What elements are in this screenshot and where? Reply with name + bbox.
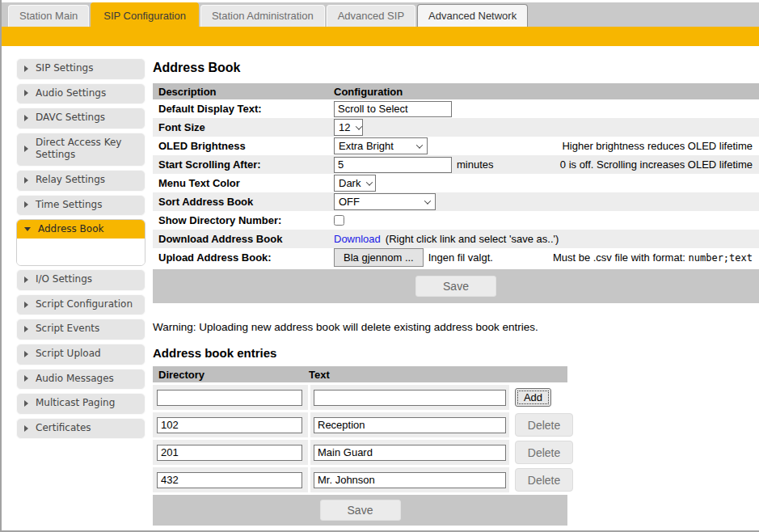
oled-brightness-value: Extra Bright — [339, 140, 394, 152]
text-input[interactable] — [314, 445, 506, 461]
new-text-input[interactable] — [314, 390, 506, 406]
sidebar-item-audio-settings[interactable]: Audio Settings — [16, 83, 145, 105]
field-label: Show Directory Number: — [153, 214, 334, 226]
sidebar-item-relay-settings[interactable]: Relay Settings — [16, 170, 145, 192]
sidebar-item-davc-settings[interactable]: DAVC Settings — [16, 108, 145, 129]
field-label: Upload Address Book: — [153, 251, 334, 264]
address-book-entries-table: Directory Text Add Delete Delete — [153, 366, 567, 526]
save-button[interactable]: Save — [415, 276, 496, 297]
tab-station-main[interactable]: Station Main — [8, 5, 89, 27]
chevron-right-icon — [24, 425, 28, 432]
field-label: Download Address Book — [153, 233, 334, 245]
sidebar-item-label: I/O Settings — [36, 273, 92, 286]
font-size-value: 12 — [339, 121, 350, 133]
field-label: Start Scrolling After: — [153, 158, 334, 171]
chevron-down-icon — [24, 227, 31, 231]
sidebar-item-label: Script Events — [36, 323, 99, 336]
csv-format-code: number;text — [689, 252, 753, 264]
tab-station-administration[interactable]: Station Administration — [200, 5, 325, 27]
show-directory-number-checkbox[interactable] — [334, 215, 344, 226]
sidebar-item-label: Address Book — [38, 223, 103, 234]
sidebar-address-book-submenu — [17, 239, 145, 265]
text-input[interactable] — [314, 472, 506, 488]
page: Station Main SIP Configuration Station A… — [0, 0, 759, 532]
row-font-size: Font Size 12 — [153, 118, 759, 137]
chevron-down-icon — [416, 141, 423, 148]
sidebar-item-time-settings[interactable]: Time Settings — [16, 195, 145, 217]
sidebar-item-multicast-paging[interactable]: Multicast Paging — [16, 393, 145, 415]
chevron-right-icon — [24, 146, 28, 152]
chevron-right-icon — [24, 400, 28, 407]
sidebar-item-label: Script Upload — [36, 348, 101, 361]
sidebar-item-label: Certificates — [36, 422, 91, 435]
menu-text-color-value: Dark — [339, 177, 361, 189]
sidebar-item-address-book-expanded: Address Book — [16, 219, 145, 266]
sidebar-item-label: Time Settings — [36, 199, 102, 212]
sidebar-item-label: Audio Messages — [36, 373, 114, 386]
chevron-right-icon — [24, 115, 28, 121]
download-link[interactable]: Download — [334, 233, 381, 245]
chevron-right-icon — [24, 326, 28, 332]
directory-input[interactable] — [157, 445, 302, 461]
column-header-description: Description — [153, 86, 334, 98]
delete-button[interactable]: Delete — [515, 441, 573, 464]
new-directory-input[interactable] — [157, 390, 302, 406]
sidebar: SIP Settings Audio Settings DAVC Setting… — [2, 46, 153, 442]
chevron-right-icon — [24, 351, 28, 357]
oled-brightness-select[interactable]: Extra Bright — [334, 137, 428, 154]
row-upload-address-book: Upload Address Book: Bla gjennom ... Ing… — [153, 248, 759, 267]
field-label: Sort Address Book — [153, 196, 334, 208]
chevron-right-icon — [24, 177, 28, 184]
upload-format-note: Must be .csv file with format: number;te… — [553, 251, 759, 264]
entries-table-footer: Save — [153, 495, 567, 526]
sidebar-item-address-book[interactable]: Address Book — [17, 220, 145, 239]
directory-input[interactable] — [157, 417, 302, 433]
row-start-scrolling-after: Start Scrolling After: minutes 0 is off.… — [153, 155, 759, 174]
default-display-text-input[interactable] — [334, 101, 452, 117]
row-sort-address-book: Sort Address Book OFF — [153, 192, 759, 211]
sidebar-item-io-settings[interactable]: I/O Settings — [16, 269, 145, 291]
tab-advanced-network[interactable]: Advanced Network — [417, 4, 528, 27]
tab-advanced-sip[interactable]: Advanced SIP — [327, 5, 415, 27]
chevron-down-icon — [424, 197, 431, 204]
upload-warning-text: Warning: Uploading new address book will… — [153, 321, 759, 333]
browse-file-button[interactable]: Bla gjennom ... — [334, 248, 424, 267]
text-input[interactable] — [314, 417, 506, 433]
chevron-right-icon — [24, 375, 28, 382]
font-size-select[interactable]: 12 — [334, 119, 363, 136]
entries-table-header: Directory Text — [153, 366, 567, 382]
address-book-config-table: Description Configuration Default Displa… — [153, 83, 759, 303]
chevron-right-icon — [24, 201, 28, 208]
sidebar-item-label: SIP Settings — [36, 62, 93, 75]
main-content: Address Book Description Configuration D… — [153, 46, 759, 526]
start-scrolling-input[interactable] — [334, 157, 452, 173]
sort-address-book-value: OFF — [339, 196, 360, 208]
entry-row: Delete — [153, 412, 567, 437]
sidebar-item-script-upload[interactable]: Script Upload — [16, 344, 145, 365]
sidebar-item-label: Direct Access Key Settings — [36, 137, 138, 162]
sidebar-item-audio-messages[interactable]: Audio Messages — [16, 369, 145, 391]
field-label: Font Size — [153, 121, 334, 133]
tab-bar: Station Main SIP Configuration Station A… — [2, 2, 759, 27]
sort-address-book-select[interactable]: OFF — [334, 193, 436, 210]
new-entry-row: Add — [153, 385, 567, 410]
tab-sip-configuration[interactable]: SIP Configuration — [91, 2, 199, 27]
entry-row: Delete — [153, 467, 567, 492]
add-button[interactable]: Add — [515, 388, 551, 407]
menu-text-color-select[interactable]: Dark — [334, 175, 376, 192]
sidebar-item-script-events[interactable]: Script Events — [16, 319, 145, 340]
sidebar-item-sip-settings[interactable]: SIP Settings — [16, 58, 145, 80]
row-default-display-text: Default Display Text: — [153, 99, 759, 118]
entry-row: Delete — [153, 440, 567, 465]
delete-button[interactable]: Delete — [515, 468, 573, 492]
delete-button[interactable]: Delete — [515, 413, 573, 437]
entries-save-button[interactable]: Save — [320, 500, 401, 521]
row-download-address-book: Download Address Book Download (Right cl… — [153, 230, 759, 248]
sidebar-item-script-configuration[interactable]: Script Configuration — [16, 294, 145, 316]
sidebar-item-direct-access-key-settings[interactable]: Direct Access Key Settings — [16, 133, 145, 167]
directory-input[interactable] — [157, 472, 302, 488]
sidebar-item-label: Script Configuration — [36, 298, 133, 311]
sidebar-item-certificates[interactable]: Certificates — [16, 418, 145, 440]
chevron-down-icon — [356, 123, 362, 129]
field-label: Default Display Text: — [153, 103, 334, 115]
